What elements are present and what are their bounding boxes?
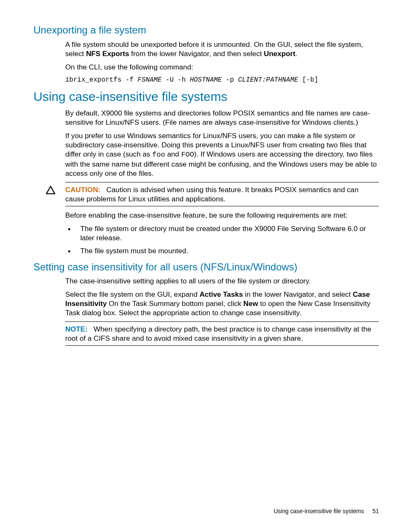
section2-body: By default, X9000 file systems and direc…	[65, 108, 379, 178]
rule-bottom	[65, 345, 379, 346]
code-var-fsname: FSNAME	[138, 76, 162, 84]
code-text: ibrix_exportfs -f	[65, 76, 138, 84]
page-body: Unexporting a file system A file system …	[0, 0, 399, 346]
caution-row: CAUTION: Caution is advised when using t…	[46, 185, 379, 203]
note-text: When specifying a directory path, the be…	[65, 325, 371, 342]
section3-p1: The case-insensitive setting applies to …	[65, 276, 379, 285]
section3-p2: Select the file system on the GUI, expan…	[65, 290, 379, 317]
caution-body: CAUTION: Caution is advised when using t…	[65, 185, 379, 203]
code-text: -U -h	[161, 76, 189, 84]
code-var-hostname: HOSTNAME	[190, 76, 222, 84]
section1-p2: On the CLI, use the following command:	[65, 62, 379, 72]
caution-icon	[46, 185, 65, 194]
page-number: 51	[372, 508, 379, 514]
bold-unexport: Unexport	[264, 49, 295, 58]
note-body: NOTE: When specifying a directory path, …	[65, 324, 379, 343]
list-item: The file system must be mounted.	[75, 246, 379, 255]
text: Select the file system on the GUI, expan…	[65, 290, 200, 298]
section1-code: ibrix_exportfs -f FSNAME -U -h HOSTNAME …	[65, 76, 379, 84]
code-text: [-b]	[298, 76, 318, 84]
caution-block: CAUTION: Caution is advised when using t…	[46, 182, 379, 206]
text: .	[295, 49, 297, 58]
list-item: The file system or directory must be cre…	[75, 224, 379, 242]
code-FOO: FOO	[181, 151, 194, 159]
text: On the Task Summary bottom panel, click	[107, 299, 243, 308]
text: from the lower Navigator, and then selec…	[129, 49, 264, 58]
page-footer: Using case-insensitive file systems 51	[274, 508, 379, 514]
heading-setting-case: Setting case insensitivity for all users…	[33, 261, 379, 273]
text: in the lower Navigator, and select	[243, 290, 353, 298]
bold-nfs-exports: NFS Exports	[86, 49, 129, 58]
rule-bottom	[65, 206, 379, 206]
footer-text: Using case-insensitive file systems	[274, 508, 364, 514]
code-text: -p	[222, 76, 238, 84]
bold-active-tasks: Active Tasks	[200, 290, 243, 298]
text: and	[165, 150, 181, 158]
note-label: NOTE:	[65, 325, 87, 333]
rule-top	[65, 182, 379, 182]
section1-body: A file system should be unexported befor…	[65, 40, 379, 85]
heading-case-insensitive: Using case-insensitive file systems	[33, 89, 379, 104]
bold-new: New	[243, 299, 258, 308]
note-icon-spacer	[46, 324, 65, 325]
section2-p1: By default, X9000 file systems and direc…	[65, 108, 379, 127]
section2-body2: Before enabling the case-insensitive fea…	[65, 211, 379, 255]
note-block: NOTE: When specifying a directory path, …	[46, 321, 379, 346]
code-var-clientpath: CLIENT:PATHNAME	[238, 76, 298, 84]
section1-p1: A file system should be unexported befor…	[65, 40, 379, 58]
section3-body: The case-insensitive setting applies to …	[65, 276, 379, 317]
note-row: NOTE: When specifying a directory path, …	[46, 324, 379, 343]
caution-text: Caution is advised when using this featu…	[65, 185, 358, 203]
section2-p2: If you prefer to use Windows semantics f…	[65, 131, 379, 178]
code-foo: foo	[152, 151, 165, 159]
caution-label: CAUTION:	[65, 185, 100, 194]
heading-unexporting: Unexporting a file system	[33, 24, 379, 36]
section2-p3: Before enabling the case-insensitive fea…	[65, 211, 379, 220]
requirements-list: The file system or directory must be cre…	[65, 224, 379, 255]
rule-top	[65, 321, 379, 322]
